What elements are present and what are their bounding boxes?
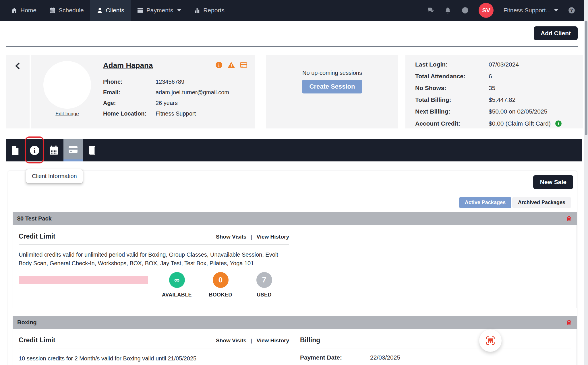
nav-right-cluster: SV Fitness Support... ? <box>427 0 583 21</box>
create-session-button[interactable]: Create Session <box>302 80 363 93</box>
scrollbar-thumb[interactable] <box>585 21 587 135</box>
stat-row: Next Billing: $50.00 on 02/05/2025 <box>415 108 583 115</box>
active-packages-tab[interactable]: Active Packages <box>459 197 511 208</box>
credit-progress-bar <box>19 276 148 284</box>
field-value: 123456789 <box>156 79 184 85</box>
show-visits-link[interactable]: Show Visits <box>216 234 246 240</box>
stat-row: Total Billing: $5,447.82 <box>415 96 583 103</box>
tab-packages[interactable] <box>63 139 83 161</box>
account-menu[interactable]: Fitness Support... <box>503 7 558 14</box>
billing-row: Payment Date: 22/03/2025 <box>300 354 571 361</box>
client-information-tooltip: Client Information <box>26 169 83 184</box>
calendar-icon <box>49 145 59 156</box>
stat-label: Account Credit: <box>415 120 489 127</box>
available-label: AVAILABLE <box>162 292 192 298</box>
upcoming-sessions-card: No up-coming sessions Create Session <box>266 55 398 128</box>
avatar-initials: SV <box>482 7 490 14</box>
svg-text:i: i <box>218 63 220 68</box>
nav-item-reports[interactable]: Reports <box>187 0 231 21</box>
billing-value: 22/03/2025 <box>370 354 400 361</box>
history-button[interactable] <box>461 7 469 14</box>
client-details: Adam Hapana Phone: 123456789 Email: adam… <box>103 55 229 128</box>
nav-item-clients[interactable]: Clients <box>90 0 131 21</box>
nav-reports-label: Reports <box>203 7 225 14</box>
booked-count: 0 <box>213 272 229 288</box>
edit-image-link[interactable]: Edit Image <box>55 111 79 117</box>
package-title: Boxing <box>17 319 37 326</box>
tab-schedule[interactable] <box>44 139 63 161</box>
warning-icon[interactable] <box>227 61 235 69</box>
booked-label: BOOKED <box>209 292 232 298</box>
client-avatar <box>43 61 91 109</box>
app-window: Home Schedule Clients Payments Reports <box>0 0 588 365</box>
chevron-left-icon <box>13 62 22 70</box>
package-body: Credit Limit Show Visits | View History … <box>13 225 577 308</box>
info-icon[interactable]: i <box>555 120 562 127</box>
avatar[interactable]: SV <box>479 3 494 18</box>
client-stats-card: Last Login: 07/03/2024 Total Attendance:… <box>405 55 583 128</box>
tab-notes[interactable] <box>6 139 25 161</box>
vertical-scrollbar[interactable] <box>584 0 588 365</box>
packages-filter-toggle: Active Packages Archived Packages <box>8 197 577 208</box>
info-icon[interactable]: i <box>215 61 223 69</box>
field-value: adam.joel.turner@gmail.com <box>156 89 229 96</box>
packages-panel: New Sale Active Packages Archived Packag… <box>8 171 577 365</box>
client-field-row: Home Location: Fitness Support <box>103 110 229 117</box>
messages-button[interactable] <box>427 7 434 14</box>
notifications-button[interactable] <box>444 7 452 14</box>
delete-package-button[interactable] <box>566 319 572 326</box>
show-visits-link[interactable]: Show Visits <box>216 337 246 344</box>
barcode-scan-button[interactable] <box>479 329 502 352</box>
svg-text:i: i <box>34 147 36 154</box>
stat-row: Last Login: 07/03/2024 <box>415 61 583 68</box>
trash-icon <box>566 215 572 222</box>
back-button[interactable] <box>6 55 30 128</box>
client-section-tabs: i <box>6 139 582 161</box>
stat-value: $50.00 on 02/05/2025 <box>489 108 547 115</box>
nav-item-home[interactable]: Home <box>5 0 43 21</box>
document-icon <box>10 145 21 156</box>
stat-label: No Shows: <box>415 85 489 91</box>
new-sale-button[interactable]: New Sale <box>533 175 573 189</box>
add-client-button[interactable]: Add Client <box>534 26 578 40</box>
packages-toolbar: New Sale <box>8 175 577 189</box>
stat-value: 6 <box>489 73 492 80</box>
package-title: $0 Test Pack <box>17 215 52 222</box>
view-history-link[interactable]: View History <box>256 337 289 344</box>
section-divider <box>300 348 571 348</box>
chat-icon <box>427 7 434 14</box>
view-history-link[interactable]: View History <box>256 234 289 240</box>
chevron-down-icon <box>554 9 558 11</box>
nav-payments-label: Payments <box>146 7 173 14</box>
credit-limit-title: Credit Limit <box>19 233 55 240</box>
package-description: 10 session credits for 2 Month/s valid f… <box>19 354 289 363</box>
package-description: Unlimited credits valid for unlimited pe… <box>19 250 289 268</box>
client-field-row: Age: 26 years <box>103 100 229 106</box>
nav-item-schedule[interactable]: Schedule <box>43 0 90 21</box>
package-body: Credit Limit Show Visits | View History … <box>13 329 577 365</box>
field-label: Phone: <box>103 79 156 85</box>
help-icon: ? <box>568 7 575 14</box>
credit-card-icon <box>137 7 144 14</box>
trash-icon <box>566 319 572 326</box>
stat-label: Next Billing: <box>415 108 489 115</box>
tab-client-information[interactable]: i <box>25 139 44 161</box>
stat-row: Total Attendance: 6 <box>415 73 583 80</box>
archived-packages-tab[interactable]: Archived Packages <box>512 197 571 208</box>
top-nav: Home Schedule Clients Payments Reports <box>0 0 588 21</box>
nav-schedule-label: Schedule <box>59 7 84 14</box>
stat-label: Total Billing: <box>415 96 489 103</box>
client-name[interactable]: Adam Hapana <box>103 61 153 70</box>
client-profile-card: Edit Image Adam Hapana Phone: 123456789 … <box>31 55 255 128</box>
help-button[interactable]: ? <box>568 7 575 14</box>
credit-card-icon[interactable] <box>240 61 247 69</box>
delete-package-button[interactable] <box>566 215 572 222</box>
client-field-row: Phone: 123456789 <box>103 79 229 85</box>
nav-item-payments[interactable]: Payments <box>131 0 187 21</box>
tab-documents[interactable] <box>83 139 102 161</box>
bell-icon <box>444 7 452 14</box>
client-field-row: Email: adam.joel.turner@gmail.com <box>103 89 229 96</box>
credit-limit-section: Credit Limit Show Visits | View History … <box>13 336 294 365</box>
field-value: Fitness Support <box>156 110 196 117</box>
billing-section: Billing Payment Date: 22/03/2025 Price: … <box>294 336 577 365</box>
